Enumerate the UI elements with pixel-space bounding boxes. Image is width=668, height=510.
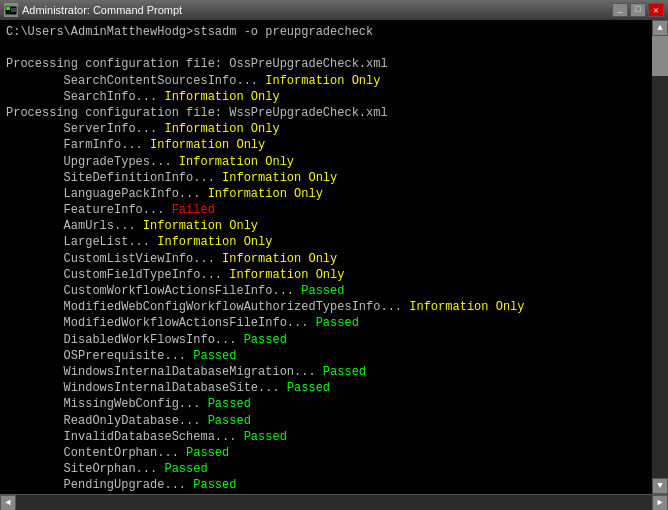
console-line: SearchInfo... Information Only	[6, 89, 646, 105]
svg-rect-1	[6, 7, 10, 10]
window: Administrator: Command Prompt _ □ ✕ C:\U…	[0, 0, 668, 510]
console-area: C:\Users\AdminMatthewHodg>stsadm -o preu…	[0, 20, 668, 494]
vertical-scrollbar[interactable]: ▲ ▼	[652, 20, 668, 494]
minimize-button[interactable]: _	[612, 3, 628, 17]
console-line: MissingWebConfig... Passed	[6, 396, 646, 412]
console-line	[6, 40, 646, 56]
console-line: FeatureInfo... Failed	[6, 202, 646, 218]
scroll-thumb[interactable]	[652, 36, 668, 76]
console-line: FarmInfo... Information Only	[6, 137, 646, 153]
console-line: SiteOrphan... Passed	[6, 461, 646, 477]
console-line: PendingUpgrade... Passed	[6, 477, 646, 493]
console-line: WindowsInternalDatabaseSite... Passed	[6, 380, 646, 396]
console-line: SiteDefinitionInfo... Information Only	[6, 170, 646, 186]
console-line: Processing configuration file: WssPreUpg…	[6, 105, 646, 121]
window-icon	[4, 3, 18, 17]
console-line: DisabledWorkFlowsInfo... Passed	[6, 332, 646, 348]
console-line: ReadOnlyDatabase... Passed	[6, 413, 646, 429]
console-line: UpgradeTypes... Information Only	[6, 154, 646, 170]
scroll-right-button[interactable]: ►	[652, 495, 668, 511]
maximize-button[interactable]: □	[630, 3, 646, 17]
console-line: CustomWorkflowActionsFileInfo... Passed	[6, 283, 646, 299]
close-button[interactable]: ✕	[648, 3, 664, 17]
console-line: ServerInfo... Information Only	[6, 121, 646, 137]
console-line: InvalidDatabaseSchema... Passed	[6, 429, 646, 445]
console-line: ModifiedWorkflowActionsFileInfo... Passe…	[6, 315, 646, 331]
scroll-left-button[interactable]: ◄	[0, 495, 16, 511]
console-output: C:\Users\AdminMatthewHodg>stsadm -o preu…	[0, 20, 652, 494]
scroll-down-button[interactable]: ▼	[652, 478, 668, 494]
scroll-track[interactable]	[652, 36, 668, 478]
window-title: Administrator: Command Prompt	[22, 4, 612, 16]
console-line: LanguagePackInfo... Information Only	[6, 186, 646, 202]
console-line: Processing configuration file: OssPreUpg…	[6, 56, 646, 72]
console-line: WindowsInternalDatabaseMigration... Pass…	[6, 364, 646, 380]
console-line: CustomListViewInfo... Information Only	[6, 251, 646, 267]
console-line: CustomFieldTypeInfo... Information Only	[6, 267, 646, 283]
title-bar: Administrator: Command Prompt _ □ ✕	[0, 0, 668, 20]
console-line: OSPrerequisite... Passed	[6, 348, 646, 364]
console-line: LargeList... Information Only	[6, 234, 646, 250]
console-line: ContentOrphan... Passed	[6, 445, 646, 461]
horizontal-scroll-track[interactable]	[16, 495, 652, 510]
console-line: AamUrls... Information Only	[6, 218, 646, 234]
console-line: SearchContentSourcesInfo... Information …	[6, 73, 646, 89]
bottom-bar: ◄ ►	[0, 494, 668, 510]
prompt-line: C:\Users\AdminMatthewHodg>stsadm -o preu…	[6, 24, 646, 40]
window-controls: _ □ ✕	[612, 3, 664, 17]
scroll-up-button[interactable]: ▲	[652, 20, 668, 36]
console-line: ModifiedWebConfigWorkflowAuthorizedTypes…	[6, 299, 646, 315]
